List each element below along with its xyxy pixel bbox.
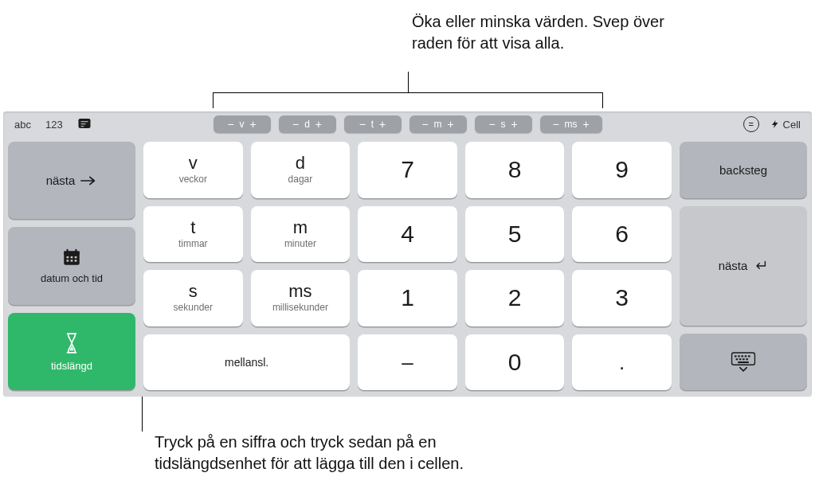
annotation-top: Öka eller minska värden. Svep över raden… (412, 11, 683, 54)
svg-rect-20 (746, 359, 748, 361)
svg-rect-19 (743, 359, 745, 361)
svg-rect-14 (741, 356, 743, 357)
stepper-ms[interactable]: −ms+ (540, 115, 602, 133)
svg-rect-15 (745, 356, 747, 357)
svg-rect-12 (735, 356, 737, 357)
minus-icon: − (485, 119, 500, 130)
arrow-right-icon (80, 175, 97, 186)
equals-button[interactable]: = (743, 116, 759, 132)
unit-days-key[interactable]: ddagar (251, 142, 351, 198)
svg-rect-0 (78, 119, 90, 128)
digit-4-key[interactable]: 4 (358, 206, 457, 263)
annotation-bottom: Tryck på en siffra och tryck sedan på en… (155, 432, 489, 475)
minus-icon: − (549, 119, 563, 130)
svg-rect-10 (75, 260, 77, 262)
dismiss-keyboard-button[interactable] (680, 334, 807, 390)
unit-hours-key[interactable]: ttimmar (143, 206, 243, 263)
hourglass-icon (63, 331, 80, 355)
duration-keyboard-button[interactable]: tidslängd (8, 313, 135, 390)
cell-reference-button[interactable]: Cell (770, 119, 801, 131)
plus-icon: + (312, 119, 326, 130)
calendar-icon (61, 247, 83, 268)
next-return-button[interactable]: nästa (680, 206, 807, 326)
plus-icon: + (507, 119, 522, 130)
unit-seconds-key[interactable]: ssekunder (143, 270, 243, 326)
keyboard-dismiss-icon (730, 351, 757, 372)
return-icon (752, 260, 768, 272)
digit-6-key[interactable]: 6 (572, 206, 672, 263)
mode-123-button[interactable]: 123 (45, 119, 63, 131)
stepper-s[interactable]: −s+ (475, 115, 532, 133)
digit-0-key[interactable]: 0 (465, 334, 565, 391)
svg-rect-18 (739, 359, 742, 361)
svg-rect-21 (738, 361, 749, 363)
digit-1-key[interactable]: 1 (358, 270, 457, 326)
svg-rect-5 (67, 256, 69, 258)
svg-rect-13 (738, 356, 740, 357)
svg-rect-6 (71, 256, 73, 258)
plus-icon: + (375, 119, 390, 130)
stepper-m[interactable]: −m+ (409, 115, 467, 133)
formula-mode-icon[interactable] (77, 116, 92, 133)
svg-rect-16 (748, 356, 750, 357)
plus-icon: + (246, 119, 261, 130)
digit-7-key[interactable]: 7 (358, 142, 457, 198)
mode-abc-button[interactable]: abc (14, 119, 31, 131)
decimal-key[interactable]: . (572, 334, 672, 391)
stepper-t[interactable]: −t+ (344, 115, 402, 133)
datetime-keyboard-button[interactable]: datum och tid (8, 227, 135, 304)
digit-5-key[interactable]: 5 (465, 206, 565, 263)
svg-rect-7 (75, 256, 77, 258)
stepper-v[interactable]: −v+ (214, 115, 271, 133)
bolt-icon (770, 119, 780, 130)
svg-rect-8 (67, 260, 69, 262)
unit-stepper-row: −v+ −d+ −t+ −m+ −s+ −ms+ (214, 115, 602, 133)
unit-minutes-key[interactable]: mminuter (251, 206, 351, 263)
svg-rect-17 (736, 359, 739, 361)
spacebar-key[interactable]: mellansl. (143, 334, 350, 391)
callout-leader (213, 92, 214, 108)
backspace-button[interactable]: backsteg (680, 142, 807, 198)
minus-icon: − (418, 119, 433, 130)
digit-9-key[interactable]: 9 (572, 142, 672, 198)
unit-milliseconds-key[interactable]: msmillisekunder (251, 270, 351, 326)
keyboard-topbar: abc 123 −v+ −d+ −t+ −m+ −s+ −ms+ = Cell (3, 111, 812, 137)
callout-leader (602, 92, 603, 108)
stepper-d[interactable]: −d+ (279, 115, 336, 133)
svg-rect-9 (71, 260, 73, 262)
minus-icon: − (355, 119, 370, 130)
unit-weeks-key[interactable]: vveckor (143, 142, 243, 198)
next-cell-button[interactable]: nästa (8, 142, 135, 219)
digit-3-key[interactable]: 3 (572, 270, 672, 326)
duration-keyboard: abc 123 −v+ −d+ −t+ −m+ −s+ −ms+ = Cell (3, 111, 812, 397)
minus-icon: − (224, 119, 238, 130)
svg-rect-3 (67, 249, 69, 252)
svg-rect-4 (75, 249, 76, 252)
minus-icon: − (288, 119, 303, 130)
callout-leader (408, 72, 409, 92)
digit-2-key[interactable]: 2 (465, 270, 565, 326)
digit-8-key[interactable]: 8 (465, 142, 565, 198)
minus-key[interactable]: – (358, 334, 457, 391)
callout-leader (213, 92, 603, 93)
plus-icon: + (579, 119, 594, 130)
plus-icon: + (444, 119, 458, 130)
svg-rect-2 (64, 252, 80, 255)
